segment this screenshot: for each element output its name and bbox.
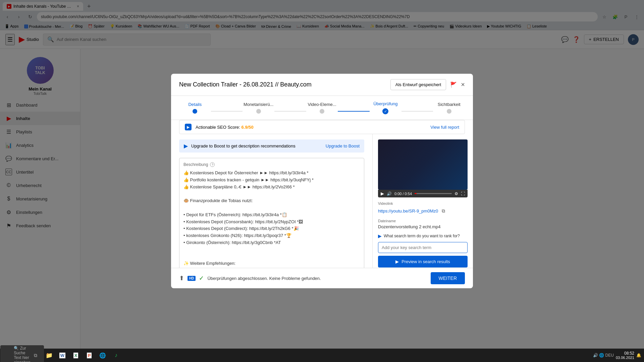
step-video-elemente-label: Video-Eleme...: [308, 102, 336, 107]
modal-overlay: New Collection Trailer - 26.08.2021 // B…: [0, 0, 644, 362]
step-sichtbarkeit-label: Sichtbarkeit: [438, 102, 461, 107]
flag-button[interactable]: 🚩: [450, 81, 457, 88]
taskbar-system-tray: 🔊 🌐 DEU 08:52 03.06.2021 🔔: [593, 351, 641, 360]
settings-icon[interactable]: ⚙: [454, 191, 458, 196]
description-label-text: Beschreibung: [183, 162, 208, 167]
step-video-elemente-dot: [320, 109, 324, 114]
videolink-section: Videolink https://youtu.be/SR-9_pm0Mz0 ⧉: [378, 201, 468, 215]
tray-icons: 🔊 🌐 DEU: [593, 353, 614, 358]
taskbar-spotify[interactable]: ♪: [110, 349, 122, 361]
view-report-button[interactable]: View full report: [430, 125, 459, 130]
draft-button[interactable]: Als Entwurf gespeichert: [390, 79, 446, 90]
taskbar-explorer[interactable]: 📁: [43, 349, 55, 361]
preview-btn-icon: ▶: [395, 259, 399, 264]
chrome-icon: 🌐: [99, 352, 106, 359]
volume-icon[interactable]: 🔊: [387, 191, 392, 196]
taskbar-chrome[interactable]: 🌐: [97, 349, 109, 361]
video-time: 0:00 / 0:54: [394, 192, 412, 196]
preview-search-button[interactable]: ▶ Preview in search results: [378, 256, 468, 267]
seo-section: ▶ What search term do you want to rank f…: [378, 233, 468, 267]
filename-section: Dateiname Dozentenvorstellung 2 echt.mp4: [378, 219, 468, 229]
notification-center-icon[interactable]: 🔔: [636, 353, 641, 358]
fullscreen-icon[interactable]: ⛶: [461, 191, 465, 196]
task-view-icon: ⧉: [34, 353, 37, 358]
upload-modal: New Collection Trailer - 26.08.2021 // B…: [171, 74, 473, 288]
progress-tabs: Details Monetarisierü... Video-Eleme... …: [171, 96, 473, 120]
videolink-label: Videolink: [378, 201, 468, 205]
taskbar-powerpoint[interactable]: P: [83, 349, 95, 361]
modal-header: New Collection Trailer - 26.08.2021 // B…: [171, 74, 473, 96]
modal-left-panel: ▶ Upgrade to Boost to get description re…: [171, 134, 372, 268]
taskbar-word[interactable]: W: [56, 349, 68, 361]
seo-score-label: Actionable SEO Score: 6.9/50: [196, 125, 254, 130]
step-ueberpruefung[interactable]: Überprüfung ✓: [370, 101, 401, 114]
play-button-icon[interactable]: ▶: [381, 191, 384, 196]
modal-header-actions: Als Entwurf gespeichert 🚩 ×: [390, 79, 465, 90]
step-details[interactable]: Details: [179, 102, 211, 114]
word-icon: W: [59, 353, 65, 358]
clock-date: 03.06.2021: [616, 356, 634, 360]
seo-section-icon: ▶: [378, 233, 382, 239]
description-box[interactable]: Beschreibung ? 👍 Kostenloses Depot für Ö…: [179, 158, 364, 268]
description-label: Beschreibung ?: [183, 162, 360, 167]
step-monetarisierung-label: Monetarisierü...: [244, 102, 274, 107]
boost-text: Upgrade to Boost to get description reco…: [191, 143, 296, 148]
close-modal-button[interactable]: ×: [461, 81, 465, 88]
clock-time: 08:52: [616, 351, 634, 356]
modal-title: New Collection Trailer - 26.08.2021 // B…: [179, 81, 312, 88]
check-icon: ✓: [199, 275, 204, 282]
seo-question-text: What search term do you want to rank for…: [384, 234, 460, 238]
video-progress-bar[interactable]: [415, 193, 452, 194]
step-sichtbarkeit-dot: [447, 109, 451, 114]
step-line-2: [274, 111, 306, 112]
taskbar-search[interactable]: 🔍 Zur Suche Text hier eingeben: [16, 349, 28, 361]
footer-status-text: Überprüfungen abgeschlossen. Keine Probl…: [207, 276, 321, 281]
description-content[interactable]: 👍 Kostenloses Depot für Österreicher ►► …: [183, 170, 360, 267]
filename-value: Dozentenvorstellung 2 echt.mp4: [378, 224, 468, 229]
powerpoint-icon: P: [87, 353, 92, 358]
boost-icon: ▶: [184, 143, 188, 149]
seo-question-row: ▶ What search term do you want to rank f…: [378, 233, 468, 239]
footer-left: ⬆ HD ✓ Überprüfungen abgeschlossen. Kein…: [179, 275, 321, 282]
seo-search-input[interactable]: [378, 242, 468, 253]
videolink-value[interactable]: https://youtu.be/SR-9_pm0Mz0: [378, 208, 438, 214]
seo-score-bar: ▶ Actionable SEO Score: 6.9/50 View full…: [179, 120, 465, 134]
video-info-section: Videolink https://youtu.be/SR-9_pm0Mz0 ⧉…: [378, 201, 468, 267]
step-details-label: Details: [188, 102, 202, 107]
video-preview-container: ▶ 🔊 0:00 / 0:54 ⚙ ⛶: [378, 139, 468, 197]
step-video-elemente[interactable]: Video-Eleme...: [306, 102, 338, 114]
seo-label-text: Actionable SEO Score:: [196, 125, 240, 130]
video-thumbnail: [378, 139, 468, 190]
modal-right-panel: ▶ 🔊 0:00 / 0:54 ⚙ ⛶: [372, 134, 473, 268]
upload-icon: ⬆: [179, 275, 184, 282]
taskbar-excel[interactable]: X: [70, 349, 82, 361]
video-progress-fill: [415, 193, 417, 194]
modal-body: ▶ Upgrade to Boost to get description re…: [171, 134, 473, 268]
step-details-dot: [193, 109, 197, 114]
step-ueberpruefung-dot: ✓: [382, 108, 388, 114]
copy-link-button[interactable]: ⧉: [439, 207, 447, 215]
hd-badge: HD: [187, 276, 196, 281]
explorer-icon: 📁: [46, 352, 53, 359]
excel-icon: X: [73, 353, 78, 358]
step-line-4: [401, 111, 433, 112]
video-controls: ▶ 🔊 0:00 / 0:54 ⚙ ⛶: [378, 190, 468, 197]
step-monetarisierung[interactable]: Monetarisierü...: [243, 102, 274, 114]
weiter-button[interactable]: WEITER: [431, 272, 465, 284]
step-line-3: [338, 111, 370, 112]
step-line-1: [211, 111, 243, 112]
step-monetarisierung-dot: [256, 109, 261, 114]
modal-footer: ⬆ HD ✓ Überprüfungen abgeschlossen. Kein…: [171, 268, 473, 288]
preview-btn-label: Preview in search results: [401, 259, 450, 264]
seo-score-value: 6.9/50: [241, 125, 254, 130]
seo-plugin-icon: ▶: [185, 124, 192, 130]
step-sichtbarkeit[interactable]: Sichtbarkeit: [433, 102, 465, 114]
boost-upgrade-link[interactable]: Upgrade to Boost: [326, 143, 360, 148]
videolink-row: https://youtu.be/SR-9_pm0Mz0 ⧉: [378, 207, 468, 215]
taskbar-clock: 08:52 03.06.2021: [616, 351, 634, 360]
spotify-icon: ♪: [115, 352, 117, 358]
time-total: 0:54: [405, 192, 412, 196]
taskbar: 🔍 Zur Suche Text hier eingeben ⧉ 📁 W X P…: [0, 349, 644, 362]
description-help-icon: ?: [210, 162, 215, 167]
taskbar-task-view[interactable]: ⧉: [30, 349, 42, 361]
